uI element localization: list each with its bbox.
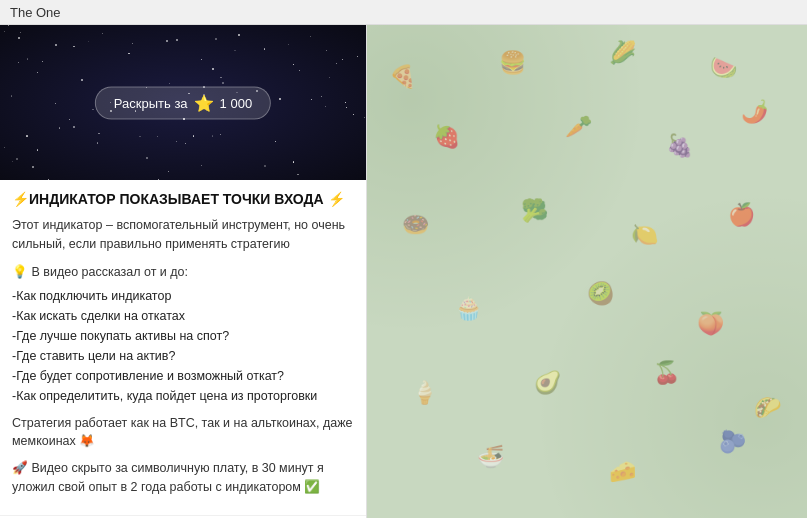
- doodle-icon: 🌮: [754, 395, 781, 421]
- doodle-icon: 🫐: [719, 429, 746, 455]
- message-list: -Как подключить индикатор-Как искать сде…: [12, 286, 354, 406]
- doodle-icon: 🍇: [666, 133, 693, 159]
- message-section-header: 💡 В видео рассказал от и до:: [12, 262, 354, 282]
- doodle-icon: 🍎: [728, 202, 755, 228]
- main-area: Раскрыть за ⭐ 1 000 ⚡ИНДИКАТОР ПОКАЗЫВАЕ…: [0, 25, 807, 518]
- star-dot: [166, 40, 168, 42]
- star-dot: [264, 165, 266, 167]
- star-dot: [212, 135, 214, 137]
- star-dot: [102, 33, 103, 34]
- star-dot: [342, 59, 343, 60]
- star-dot: [11, 95, 13, 97]
- list-item: -Где будет сопротивление и возможный отк…: [12, 366, 354, 386]
- section-title: В видео рассказал от и до:: [31, 265, 188, 279]
- video-preview: Раскрыть за ⭐ 1 000: [0, 25, 366, 180]
- star-dot: [176, 39, 179, 42]
- doodle-icon: 🧀: [609, 459, 636, 485]
- section-icon: 💡: [12, 265, 28, 279]
- unlock-price: 1 000: [220, 95, 253, 110]
- star-dot: [275, 141, 276, 142]
- list-item: -Как определитить, куда пойдет цена из п…: [12, 386, 354, 406]
- message-title: ⚡ИНДИКАТОР ПОКАЗЫВАЕТ ТОЧКИ ВХОДА ⚡: [12, 190, 354, 208]
- chat-panel: Раскрыть за ⭐ 1 000 ⚡ИНДИКАТОР ПОКАЗЫВАЕ…: [0, 25, 367, 518]
- doodle-icon: 🍒: [653, 360, 680, 386]
- star-dot: [293, 64, 294, 65]
- star-dot: [169, 83, 171, 85]
- star-dot: [88, 41, 89, 42]
- message-content: ⚡ИНДИКАТОР ПОКАЗЫВАЕТ ТОЧКИ ВХОДА ⚡ Этот…: [0, 180, 366, 515]
- star-dot: [73, 126, 75, 128]
- star-dot: [222, 82, 224, 84]
- doodle-icon: 🥝: [587, 281, 614, 307]
- star-dot: [325, 106, 326, 107]
- star-dot: [299, 70, 300, 71]
- star-icon: ⭐: [194, 93, 214, 112]
- star-dot: [326, 50, 327, 51]
- star-dot: [288, 44, 289, 45]
- star-dot: [234, 50, 235, 51]
- star-dot: [32, 166, 34, 168]
- right-panel: 🍕🍔🌽🍉🍓🥕🍇🌶️🍩🥦🍋🍎🧁🥝🍑🍦🥑🍒🌮🍜🧀🫐: [367, 25, 807, 518]
- star-dot: [311, 99, 312, 100]
- star-dot: [353, 114, 354, 115]
- star-dot: [4, 31, 5, 32]
- star-dot: [55, 44, 57, 46]
- star-dot: [264, 48, 266, 50]
- star-dot: [4, 147, 5, 148]
- star-dot: [220, 77, 222, 79]
- star-dot: [357, 56, 358, 57]
- star-dot: [279, 98, 280, 99]
- star-dot: [48, 179, 49, 180]
- star-dot: [12, 161, 13, 162]
- star-dot: [185, 143, 186, 144]
- star-dot: [345, 102, 346, 103]
- doodle-icon: 🍓: [433, 124, 460, 150]
- star-dot: [18, 62, 19, 63]
- star-dot: [201, 59, 202, 60]
- star-dot: [73, 46, 74, 47]
- star-dot: [16, 158, 18, 160]
- app-title: The One: [10, 5, 61, 20]
- star-dot: [18, 37, 20, 39]
- star-dot: [158, 179, 159, 180]
- star-dot: [215, 38, 217, 40]
- doodle-icon: 🧁: [455, 296, 482, 322]
- star-dot: [55, 103, 56, 104]
- doodle-icon: 🍜: [477, 444, 504, 470]
- star-dot: [201, 165, 202, 166]
- star-dot: [168, 171, 169, 172]
- promo-text: 🚀 Видео скрыто за символичную плату, в 3…: [12, 459, 354, 497]
- star-dot: [42, 61, 43, 62]
- star-dot: [157, 136, 158, 137]
- star-dot: [98, 133, 100, 135]
- doodle-icon: 🌽: [609, 40, 636, 66]
- list-item: -Как искать сделки на откатах: [12, 306, 354, 326]
- star-dot: [220, 134, 222, 136]
- doodle-icon: 🥦: [521, 198, 548, 224]
- star-dot: [20, 32, 22, 34]
- doodle-icon: 🍑: [697, 311, 724, 337]
- doodle-icon: 🍔: [499, 50, 526, 76]
- list-item: -Где лучше покупать активы на спот?: [12, 326, 354, 346]
- doodle-icon: 🍩: [402, 212, 429, 238]
- star-dot: [146, 157, 148, 159]
- doodle-icon: 🌶️: [741, 99, 768, 125]
- doodle-icon: 🍉: [710, 55, 737, 81]
- star-dot: [97, 142, 99, 144]
- doodle-icon: 🥕: [565, 114, 592, 140]
- unlock-button[interactable]: Раскрыть за ⭐ 1 000: [95, 86, 271, 119]
- star-dot: [81, 79, 83, 81]
- star-dot: [139, 136, 141, 138]
- unlock-label: Раскрыть за: [114, 95, 188, 110]
- star-dot: [212, 68, 214, 70]
- star-dot: [8, 25, 9, 26]
- star-dot: [37, 149, 39, 151]
- star-dot: [59, 127, 60, 128]
- star-dot: [26, 135, 28, 137]
- star-dot: [310, 36, 312, 38]
- message-description: Этот индикатор – вспомогательный инструм…: [12, 216, 354, 254]
- list-item: -Как подключить индикатор: [12, 286, 354, 306]
- star-dot: [132, 43, 133, 44]
- doodle-icon: 🍦: [411, 380, 438, 406]
- star-dot: [336, 63, 337, 64]
